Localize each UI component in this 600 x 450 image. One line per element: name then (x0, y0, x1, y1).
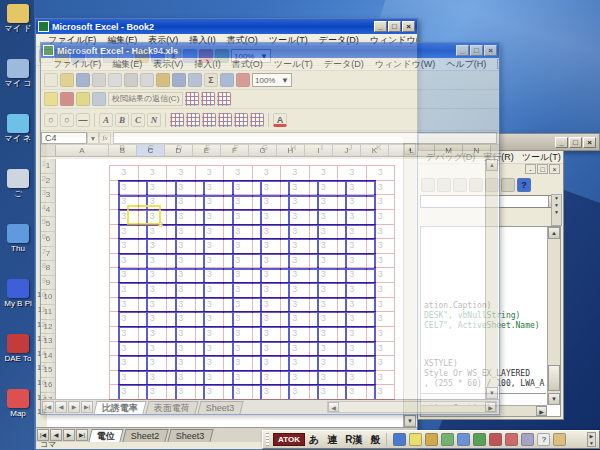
hack94-tab-nav-icon[interactable]: |◀ (42, 401, 54, 413)
copy-icon[interactable] (521, 433, 534, 446)
grid-cell[interactable] (205, 197, 233, 212)
grid-cell[interactable] (148, 270, 176, 285)
print-icon[interactable] (92, 73, 106, 87)
grid-cell[interactable] (177, 313, 205, 328)
hack94-menu-ウィンドウ(W)[interactable]: ウィンドウ(W) (375, 58, 436, 71)
hack94-row-15[interactable]: 15 (41, 363, 55, 378)
hack94-menu-編集(E)[interactable]: 編集(E) (112, 58, 142, 71)
grid-cell[interactable] (290, 197, 318, 212)
grid-cell[interactable] (262, 343, 290, 358)
hack94-sheet-tab-表面電荷[interactable]: 表面電荷 (145, 401, 198, 414)
grid-cell[interactable] (347, 372, 375, 387)
grid-cell[interactable] (262, 372, 290, 387)
hand-icon[interactable] (553, 433, 566, 446)
grid-cell[interactable] (120, 255, 148, 270)
grid-cell[interactable] (205, 270, 233, 285)
vbe-code-window-minimize-icon[interactable]: - (525, 164, 536, 174)
grid-cell[interactable] (205, 357, 233, 372)
grid-cell[interactable] (347, 270, 375, 285)
macro-letter-button-N[interactable]: N (147, 113, 161, 127)
grid-cell[interactable] (148, 182, 176, 197)
grid-cell[interactable] (205, 284, 233, 299)
vbe-vertical-scrollbar[interactable]: ▲ ▼ (547, 227, 560, 405)
grid-cell[interactable] (205, 182, 233, 197)
grid-cell[interactable] (319, 357, 347, 372)
grid-cell[interactable] (120, 328, 148, 343)
hack94-row-11[interactable]: 11 (41, 305, 55, 320)
grid-cell[interactable] (177, 182, 205, 197)
grid-cell[interactable] (262, 197, 290, 212)
grid-cell[interactable] (148, 284, 176, 299)
grid-cell[interactable] (205, 343, 233, 358)
grid-cell[interactable] (290, 343, 318, 358)
grid-cell[interactable] (234, 197, 262, 212)
scroll-right-icon[interactable]: ▶ (536, 406, 547, 416)
hack94-column-G[interactable]: G (249, 145, 277, 156)
highlight-icon[interactable] (76, 92, 90, 106)
macro-letter-button-C[interactable]: C (131, 113, 145, 127)
hack94-menu-ヘルプ(H)[interactable]: ヘルプ(H) (446, 58, 486, 71)
print-preview-icon[interactable] (108, 73, 122, 87)
grid-cell[interactable] (262, 255, 290, 270)
hack94-column-F[interactable]: F (221, 145, 249, 156)
book2-sheet-tab-Sheet2[interactable]: Sheet2 (122, 429, 168, 442)
paste-icon[interactable] (156, 73, 170, 87)
grid-cell[interactable] (319, 182, 347, 197)
scroll-left-icon[interactable]: ◀ (328, 402, 339, 412)
vbe-code-window-close-icon[interactable]: × (549, 164, 560, 174)
hack94-column-B[interactable]: B (109, 145, 137, 156)
hack94-menu-挿入(I)[interactable]: 挿入(I) (194, 58, 221, 71)
grid-cell[interactable] (120, 240, 148, 255)
grid-cell[interactable] (319, 226, 347, 241)
hack94-tab-nav-icon[interactable]: ▶| (81, 401, 93, 413)
grid-cell[interactable] (234, 284, 262, 299)
property-icon[interactable] (473, 433, 486, 446)
grid-cell[interactable] (262, 299, 290, 314)
scroll-up-icon[interactable]: ▲ (486, 159, 498, 171)
grid-cell[interactable] (262, 357, 290, 372)
grid-cell[interactable] (319, 197, 347, 212)
table-pattern-icon[interactable] (250, 113, 264, 127)
grid-cell[interactable] (234, 343, 262, 358)
book2-sheet-tab-電位[interactable]: 電位 (88, 429, 123, 442)
hack94-row-3[interactable]: 3 (41, 188, 55, 203)
chart-wizard-icon[interactable] (236, 73, 250, 87)
grid-cell[interactable] (319, 343, 347, 358)
grid-cell[interactable] (234, 182, 262, 197)
grid-cell[interactable] (234, 328, 262, 343)
font-color-icon[interactable]: A (273, 113, 287, 127)
grid-cell[interactable] (234, 211, 262, 226)
hack94-column-K[interactable]: K (361, 145, 389, 156)
hack94-row-9[interactable]: 9 (41, 276, 55, 291)
grid-cell[interactable] (262, 270, 290, 285)
grid-cell[interactable] (120, 372, 148, 387)
grid-cell[interactable] (205, 299, 233, 314)
autosum-icon[interactable]: Σ (204, 73, 218, 87)
atok-logo[interactable]: ATOK (273, 433, 305, 446)
grid-cell[interactable] (290, 240, 318, 255)
grid-cell[interactable] (177, 226, 205, 241)
grid-cell[interactable] (234, 357, 262, 372)
ime-pad-icon[interactable] (393, 433, 406, 446)
grid-cell[interactable] (120, 226, 148, 241)
hack94-column-N[interactable]: N (463, 145, 491, 156)
daemon-tools[interactable]: DAE To (0, 334, 36, 389)
overflow-arrows-icon[interactable]: ▶▼ (587, 432, 596, 447)
copy-icon[interactable] (140, 73, 154, 87)
atok-mode-連[interactable]: 連 (327, 433, 337, 447)
hack94-column-L[interactable]: L (389, 145, 435, 156)
grid-cell[interactable] (347, 255, 375, 270)
atok-mode-般[interactable]: 般 (370, 433, 380, 447)
grid-cell[interactable] (148, 372, 176, 387)
grid-cell[interactable] (177, 255, 205, 270)
macro-letter-button-B[interactable]: B (115, 113, 129, 127)
grid-cell[interactable] (120, 270, 148, 285)
grid-cell[interactable] (120, 357, 148, 372)
book2-tab-nav-icon[interactable]: ▶| (76, 429, 88, 441)
hack94-column-J[interactable]: J (333, 145, 361, 156)
grid-cell[interactable] (120, 313, 148, 328)
table-pattern-icon[interactable] (202, 113, 216, 127)
scroll-right-icon[interactable]: ▶ (485, 402, 496, 412)
scroll-thumb[interactable] (548, 365, 560, 391)
hack94-titlebar[interactable]: Microsoft Excel - Hack94.xls _□× (41, 43, 499, 58)
